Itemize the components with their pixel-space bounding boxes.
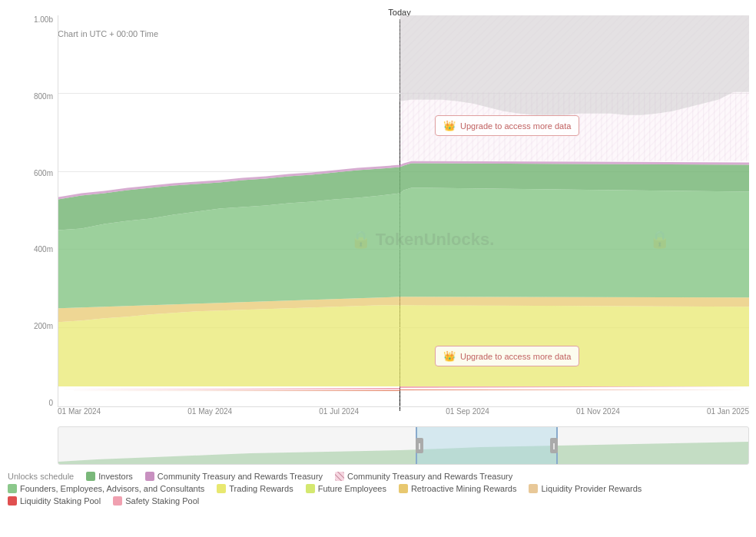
legend-swatch-investors — [86, 472, 95, 481]
chart-plot: 🔒 TokenUnlocks. 🔒 👑 Upgrade to access mo… — [58, 15, 749, 407]
crown-icon-top: 👑 — [443, 120, 456, 131]
y-label-0: 0 — [15, 399, 58, 407]
legend-item-liquidity-staking: Liquidity Staking Pool — [8, 496, 101, 506]
navigator-svg — [58, 427, 749, 465]
legend-label-founders: Founders, Employees, Advisors, and Consu… — [20, 484, 204, 493]
legend-swatch-liquidity-provider — [529, 484, 538, 493]
legend-label-safety-staking: Safety Staking Pool — [125, 496, 199, 506]
legend-swatch-founders — [8, 484, 17, 493]
legend-row-3: Liquidity Staking Pool Safety Staking Po… — [8, 496, 748, 506]
y-label-800m: 800m — [15, 92, 58, 101]
x-label-may: 01 May 2024 — [187, 407, 232, 416]
legend-swatch-retroactive-mining — [399, 484, 408, 493]
x-label-sep: 01 Sep 2024 — [446, 407, 489, 416]
legend-item-community-treasury-solid: Community Treasury and Rewards Treasury — [145, 472, 323, 481]
x-label-nov: 01 Nov 2024 — [576, 407, 620, 416]
upgrade-box-bottom[interactable]: 👑 Upgrade to access more data — [435, 346, 579, 366]
legend-label-liquidity-staking: Liquidity Staking Pool — [20, 496, 101, 506]
x-label-jul: 01 Jul 2024 — [319, 407, 359, 416]
chart-wrapper: 0 200m 400m 600m 800m 1.00b Today Chart … — [0, 0, 756, 537]
legend-label-community-treasury-solid: Community Treasury and Rewards Treasury — [158, 472, 323, 481]
chart-area: 0 200m 400m 600m 800m 1.00b Today Chart … — [15, 8, 756, 438]
x-axis: 01 Mar 2024 01 May 2024 01 Jul 2024 01 S… — [58, 407, 749, 416]
y-axis: 0 200m 400m 600m 800m 1.00b — [15, 15, 58, 407]
upgrade-text-top: Upgrade to access more data — [460, 121, 571, 131]
legend-item-safety-staking: Safety Staking Pool — [113, 496, 199, 506]
legend-item-retroactive-mining: Retroactive Mining Rewards — [399, 484, 517, 493]
y-label-200m: 200m — [15, 322, 58, 330]
nav-highlight[interactable] — [416, 427, 558, 464]
legend-item-community-treasury-hatched: Community Treasury and Rewards Treasury — [335, 472, 512, 481]
navigator[interactable]: ‖ ‖ — [58, 426, 749, 465]
legend-swatch-future-employees — [306, 484, 315, 493]
legend-label-liquidity-provider: Liquidity Provider Rewards — [541, 484, 642, 493]
y-label-1b: 1.00b — [15, 15, 58, 24]
y-label-400m: 400m — [15, 245, 58, 254]
x-label-jan: 01 Jan 2025 — [707, 407, 749, 416]
legend-swatch-liquidity-staking — [8, 496, 17, 506]
legend-swatch-safety-staking — [113, 496, 122, 506]
legend-item-trading-rewards: Trading Rewards — [217, 484, 293, 493]
legend-label-retroactive-mining: Retroactive Mining Rewards — [411, 484, 517, 493]
legend-swatch-trading-rewards — [217, 484, 226, 493]
legend-section-label: Unlocks schedule — [8, 472, 74, 481]
legend: Unlocks schedule Investors Community Tre… — [0, 469, 756, 512]
upgrade-box-top[interactable]: 👑 Upgrade to access more data — [435, 115, 579, 136]
upgrade-text-bottom: Upgrade to access more data — [460, 352, 571, 361]
legend-item-founders: Founders, Employees, Advisors, and Consu… — [8, 484, 204, 493]
legend-swatch-community-treasury-solid — [145, 472, 154, 481]
chart-svg: 🔒 TokenUnlocks. 🔒 — [58, 15, 749, 406]
legend-item-future-employees: Future Employees — [306, 484, 386, 493]
nav-handle-left[interactable]: ‖ — [416, 438, 423, 453]
legend-label-trading-rewards: Trading Rewards — [229, 484, 293, 493]
crown-icon-bottom: 👑 — [443, 350, 456, 362]
legend-label-community-treasury-hatched: Community Treasury and Rewards Treasury — [347, 472, 512, 481]
x-label-mar: 01 Mar 2024 — [58, 407, 101, 416]
svg-text:🔒 TokenUnlocks.: 🔒 TokenUnlocks. — [350, 229, 495, 250]
legend-label-future-employees: Future Employees — [318, 484, 386, 493]
svg-text:🔒: 🔒 — [649, 229, 671, 250]
legend-label-investors: Investors — [98, 472, 133, 481]
legend-row-1: Unlocks schedule Investors Community Tre… — [8, 472, 748, 481]
legend-row-2: Founders, Employees, Advisors, and Consu… — [8, 484, 748, 493]
legend-item-investors: Investors — [86, 472, 133, 481]
y-label-600m: 600m — [15, 169, 58, 177]
nav-handle-right[interactable]: ‖ — [550, 438, 558, 453]
legend-item-liquidity-provider: Liquidity Provider Rewards — [529, 484, 642, 493]
legend-swatch-community-treasury-hatched — [335, 472, 344, 481]
